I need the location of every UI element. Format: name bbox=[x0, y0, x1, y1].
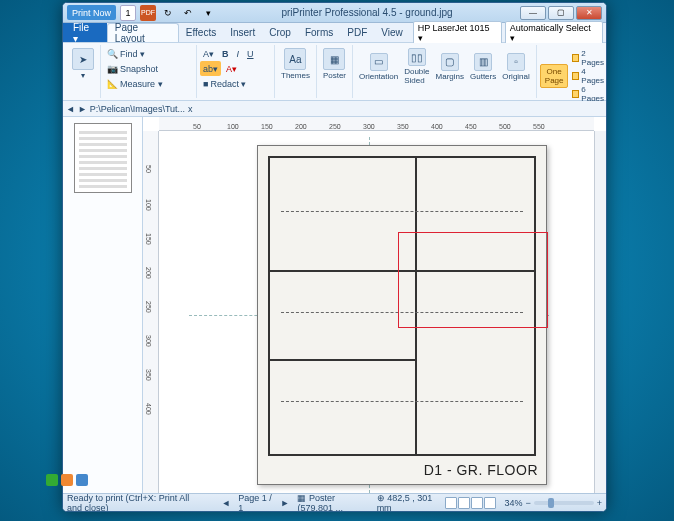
page-setup-group: ▭Orientation ▯▯Double Sided ▢Margins ▥Gu… bbox=[353, 45, 537, 98]
file-menu[interactable]: File ▾ bbox=[63, 23, 107, 42]
selection-rectangle[interactable] bbox=[398, 232, 548, 328]
cursor-tool[interactable]: ➤ ▾ bbox=[69, 46, 97, 82]
poster-group: ▦Poster bbox=[317, 45, 353, 98]
original-icon: ▫ bbox=[507, 53, 525, 71]
orientation-button[interactable]: ▭Orientation bbox=[356, 46, 401, 87]
close-doc-icon[interactable]: x bbox=[188, 104, 193, 114]
margins-button[interactable]: ▢Margins bbox=[433, 46, 467, 87]
zoom-slider[interactable] bbox=[534, 501, 594, 505]
six-pages-button[interactable]: 6 Pages bbox=[572, 85, 605, 103]
document-sheet[interactable]: D1 - GR. FLOOR bbox=[257, 145, 547, 485]
address-bar: ◄ ► P:\Pelican\Images\Tut... x bbox=[63, 101, 606, 117]
canvas-area: 50 100 150 200 250 300 350 400 450 500 5… bbox=[143, 117, 606, 493]
ribbon: ➤ ▾ 🔍 Find ▾ 📷 Snapshot 📐 Measure ▾ A▾ B… bbox=[63, 43, 606, 101]
tab-page-layout[interactable]: Page Layout bbox=[107, 23, 179, 42]
desktop-gadgets bbox=[46, 474, 88, 486]
status-nav-right[interactable]: ► bbox=[281, 498, 290, 508]
pdf-icon[interactable]: PDF bbox=[140, 5, 156, 21]
font-color-button[interactable]: A▾ bbox=[223, 61, 240, 76]
content-area: 50 100 150 200 250 300 350 400 450 500 5… bbox=[63, 117, 606, 493]
status-poster: ▦ Poster (579,801 ... bbox=[297, 493, 368, 513]
redact-button[interactable]: ■ Redact ▾ bbox=[200, 76, 249, 91]
status-page: Page 1 / 1 bbox=[238, 493, 272, 513]
gadget-green-icon[interactable] bbox=[46, 474, 58, 486]
window-title: priPrinter Professional 4.5 - ground.jpg bbox=[220, 7, 514, 18]
canvas[interactable]: D1 - GR. FLOOR bbox=[159, 131, 594, 493]
gadget-orange-icon[interactable] bbox=[61, 474, 73, 486]
highlight-button[interactable]: ab▾ bbox=[200, 61, 221, 76]
window-controls: — ▢ ✕ bbox=[518, 6, 602, 20]
tab-effects[interactable]: Effects bbox=[179, 23, 223, 42]
printer-select[interactable]: HP LaserJet 1015 ▾ bbox=[413, 21, 502, 45]
tab-view[interactable]: View bbox=[374, 23, 410, 42]
poster-page: D1 - GR. FLOOR bbox=[189, 137, 549, 493]
minimize-button[interactable]: — bbox=[520, 6, 546, 20]
snapshot-button[interactable]: 📷 Snapshot bbox=[104, 61, 161, 76]
one-page-button[interactable]: OnePage bbox=[540, 64, 569, 88]
underline-button[interactable]: U bbox=[244, 46, 257, 61]
status-nav-left[interactable]: ◄ bbox=[221, 498, 230, 508]
status-ready: Ready to print (Ctrl+X: Print All and cl… bbox=[67, 493, 205, 513]
margins-icon: ▢ bbox=[441, 53, 459, 71]
tab-forms[interactable]: Forms bbox=[298, 23, 340, 42]
menubar: File ▾ Page Layout Effects Insert Crop F… bbox=[63, 23, 606, 43]
font-dropdown[interactable]: A▾ bbox=[200, 46, 217, 61]
view-mode-2[interactable] bbox=[458, 497, 470, 509]
original-button[interactable]: ▫Original bbox=[499, 46, 533, 87]
gutters-button[interactable]: ▥Gutters bbox=[467, 46, 499, 87]
ruler-horizontal: 50 100 150 200 250 300 350 400 450 500 5… bbox=[159, 117, 594, 131]
find-button[interactable]: 🔍 Find ▾ bbox=[104, 46, 148, 61]
format-group: A▾ B I U ab▾ A▾ ■ Redact ▾ bbox=[197, 45, 275, 98]
gutters-icon: ▥ bbox=[474, 53, 492, 71]
status-size: ⊕ 482,5 , 301 mm bbox=[377, 493, 438, 513]
tab-crop[interactable]: Crop bbox=[262, 23, 298, 42]
refresh-icon[interactable]: ↻ bbox=[160, 5, 176, 21]
status-bar: Ready to print (Ctrl+X: Print All and cl… bbox=[63, 493, 606, 511]
cursor-group: ➤ ▾ bbox=[66, 45, 101, 98]
zoom-in-icon[interactable]: + bbox=[597, 498, 602, 508]
bold-button[interactable]: B bbox=[219, 46, 232, 61]
double-sided-icon: ▯▯ bbox=[408, 48, 426, 66]
view-mode-3[interactable] bbox=[471, 497, 483, 509]
poster-icon: ▦ bbox=[323, 48, 345, 70]
app-window: Print Now 1 PDF ↻ ↶ ▾ priPrinter Profess… bbox=[62, 2, 607, 512]
find-group: 🔍 Find ▾ 📷 Snapshot 📐 Measure ▾ bbox=[101, 45, 197, 98]
italic-button[interactable]: I bbox=[234, 46, 243, 61]
qat-more-icon[interactable]: ▾ bbox=[200, 5, 216, 21]
page-thumbnail[interactable] bbox=[74, 123, 132, 193]
double-sided-button[interactable]: ▯▯Double Sided bbox=[401, 46, 432, 87]
plan-title: D1 - GR. FLOOR bbox=[424, 462, 538, 478]
view-mode-1[interactable] bbox=[445, 497, 457, 509]
vertical-scrollbar[interactable] bbox=[594, 131, 606, 493]
measure-button[interactable]: 📐 Measure ▾ bbox=[104, 76, 166, 91]
nav-right-icon[interactable]: ► bbox=[78, 104, 87, 114]
orientation-icon: ▭ bbox=[370, 53, 388, 71]
undo-icon[interactable]: ↶ bbox=[180, 5, 196, 21]
poster-button[interactable]: ▦Poster bbox=[320, 46, 349, 82]
themes-group: AaThemes bbox=[275, 45, 317, 98]
view-mode-4[interactable] bbox=[484, 497, 496, 509]
close-button[interactable]: ✕ bbox=[576, 6, 602, 20]
view-mode-icons bbox=[445, 497, 496, 509]
themes-button[interactable]: AaThemes bbox=[278, 46, 313, 82]
maximize-button[interactable]: ▢ bbox=[548, 6, 574, 20]
nav-left-icon[interactable]: ◄ bbox=[66, 104, 75, 114]
pages-list: 2 Pages 4 Pages 6 Pages bbox=[570, 49, 607, 103]
file-path[interactable]: P:\Pelican\Images\Tut... bbox=[90, 104, 185, 114]
thumbnail-panel bbox=[63, 117, 143, 493]
four-pages-button[interactable]: 4 Pages bbox=[572, 67, 605, 85]
themes-icon: Aa bbox=[284, 48, 306, 70]
tab-pdf[interactable]: PDF bbox=[340, 23, 374, 42]
nup-group: OnePage 2 Pages 4 Pages 6 Pages ▦8 pages… bbox=[537, 45, 607, 98]
tab-insert[interactable]: Insert bbox=[223, 23, 262, 42]
zoom-value[interactable]: 34% bbox=[504, 498, 522, 508]
print-now-button[interactable]: Print Now bbox=[67, 5, 116, 20]
printer-area: HP LaserJet 1015 ▾ Automatically Select … bbox=[410, 23, 606, 42]
tray-select[interactable]: Automatically Select ▾ bbox=[505, 21, 603, 45]
ruler-vertical: 50 100 150 200 250 300 350 400 bbox=[143, 131, 159, 493]
two-pages-button[interactable]: 2 Pages bbox=[572, 49, 605, 67]
zoom-out-icon[interactable]: − bbox=[525, 498, 530, 508]
page-number-box[interactable]: 1 bbox=[120, 5, 136, 21]
gadget-blue-icon[interactable] bbox=[76, 474, 88, 486]
cursor-icon: ➤ bbox=[72, 48, 94, 70]
